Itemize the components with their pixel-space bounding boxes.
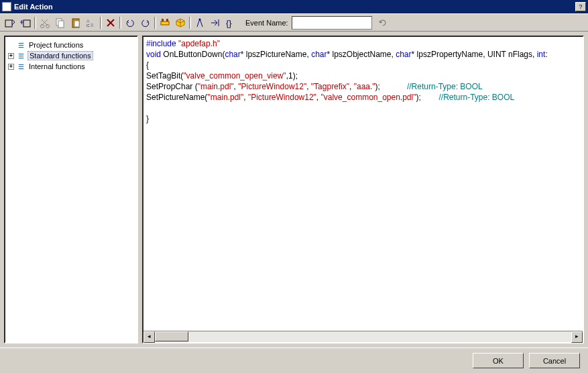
tree-label: Standard functions [27,51,93,60]
svg-rect-5 [58,21,64,28]
svg-text:C: C [86,23,90,28]
scroll-track[interactable] [155,331,571,342]
tb-delete-icon[interactable] [103,15,118,30]
tb-compass-icon[interactable] [192,15,207,30]
folder-icon: ☰ [16,52,25,60]
separator [99,15,103,30]
code-pane: #include "apdefap.h" void OnLButtonDown(… [142,36,584,343]
svg-rect-12 [162,19,164,21]
titlebar: Edit Action ? [0,0,588,13]
svg-text:A: A [86,19,90,23]
scroll-right-icon[interactable]: ▸ [571,331,583,343]
event-name-input[interactable] [292,16,372,30]
tb-braces-icon[interactable]: {} [223,15,238,30]
svg-rect-11 [161,21,169,25]
tb-goto-icon[interactable] [208,15,223,30]
svg-text:B: B [91,23,94,28]
separator [34,15,37,30]
window-title: Edit Action [14,3,574,11]
separator [154,15,157,30]
help-button[interactable]: ? [575,2,586,11]
ok-button[interactable]: OK [473,353,524,368]
tree-item-project[interactable]: ☰ Project functions [8,40,134,50]
tb-tag-icon[interactable] [158,15,172,30]
tree-pane: ☰ Project functions + ☰ Standard functio… [4,36,138,343]
main-area: ☰ Project functions + ☰ Standard functio… [0,32,588,348]
separator [119,15,122,30]
tb-paste-icon[interactable] [68,15,83,30]
svg-rect-7 [74,21,79,27]
svg-point-14 [199,18,201,20]
svg-rect-0 [5,20,12,27]
tb-import-icon[interactable] [18,15,33,30]
cancel-button[interactable]: Cancel [529,353,580,368]
tb-undo-icon[interactable] [123,15,137,30]
tb-export-icon[interactable] [3,15,17,30]
svg-rect-1 [23,20,30,27]
svg-text:{}: {} [226,18,232,28]
folder-icon: ☰ [16,62,25,70]
tb-cut-icon[interactable] [38,15,52,30]
tree-item-standard[interactable]: + ☰ Standard functions [8,50,134,61]
tb-cube-icon[interactable] [173,15,188,30]
toolbar: ABC {} Event Name: [0,13,588,32]
tree-item-internal[interactable]: + ☰ Internal functions [8,61,134,72]
event-name-label: Event Name: [245,19,288,27]
footer: OK Cancel [0,348,588,373]
svg-rect-13 [166,19,168,21]
tb-copy-icon[interactable] [53,15,68,30]
h-scrollbar[interactable]: ◂ ▸ [143,331,583,342]
expander-icon[interactable]: + [8,64,14,70]
code-editor[interactable]: #include "apdefap.h" void OnLButtonDown(… [143,37,583,331]
scroll-left-icon[interactable]: ◂ [143,331,155,343]
app-icon [2,2,11,11]
tree-label: Internal functions [27,62,86,70]
tb-redo-icon[interactable] [138,15,153,30]
svg-point-3 [46,24,50,28]
folder-icon: ☰ [16,41,25,49]
tb-syntax-icon[interactable]: ABC [84,15,99,30]
tree-label: Project functions [27,41,84,49]
tb-refresh-icon[interactable] [375,15,390,30]
scroll-thumb[interactable] [155,331,188,341]
expander-icon[interactable]: + [8,53,14,59]
separator [188,15,192,30]
